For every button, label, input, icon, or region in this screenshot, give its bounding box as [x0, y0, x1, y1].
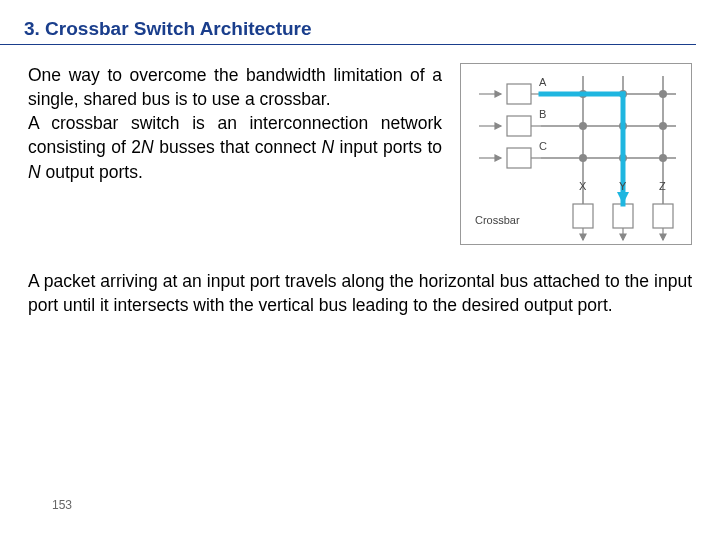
para1-sentence-a: One way to overcome the bandwidth limita…	[28, 65, 442, 109]
page-number: 153	[52, 498, 72, 512]
svg-marker-31	[580, 234, 586, 240]
svg-point-11	[659, 122, 667, 130]
paragraph-1: One way to overcome the bandwidth limita…	[28, 63, 442, 184]
svg-rect-17	[507, 148, 531, 168]
svg-marker-19	[495, 91, 501, 97]
svg-point-14	[659, 154, 667, 162]
diagram-caption: Crossbar	[475, 214, 520, 226]
top-row: One way to overcome the bandwidth limita…	[0, 63, 720, 245]
paragraph-2: A packet arriving at an input port trave…	[0, 245, 720, 317]
svg-point-9	[579, 122, 587, 130]
output-label-y: Y	[619, 180, 627, 192]
svg-marker-35	[660, 234, 666, 240]
output-label-x: X	[579, 180, 587, 192]
input-label-b: B	[539, 108, 546, 120]
input-label-a: A	[539, 76, 547, 88]
output-label-z: Z	[659, 180, 666, 192]
svg-marker-21	[495, 123, 501, 129]
var-N-2: N	[322, 137, 335, 157]
para1-sentence-b-mid: busses that connect	[154, 137, 322, 157]
svg-point-12	[579, 154, 587, 162]
svg-marker-23	[495, 155, 501, 161]
svg-marker-33	[620, 234, 626, 240]
svg-point-8	[659, 90, 667, 98]
var-N-3: N	[28, 162, 41, 182]
crossbar-diagram: A B C X Y Z Crossbar	[460, 63, 692, 245]
crossbar-svg: A B C X Y Z Crossbar	[461, 64, 691, 244]
svg-rect-29	[653, 204, 673, 228]
para1-sentence-b-mid2: input ports to	[334, 137, 442, 157]
section-heading: 3. Crossbar Switch Architecture	[0, 0, 696, 45]
var-N-1: N	[141, 137, 154, 157]
svg-rect-16	[507, 116, 531, 136]
svg-rect-28	[613, 204, 633, 228]
svg-rect-15	[507, 84, 531, 104]
input-label-c: C	[539, 140, 547, 152]
svg-rect-27	[573, 204, 593, 228]
svg-marker-38	[617, 192, 629, 204]
para1-sentence-b-post: output ports.	[41, 162, 143, 182]
